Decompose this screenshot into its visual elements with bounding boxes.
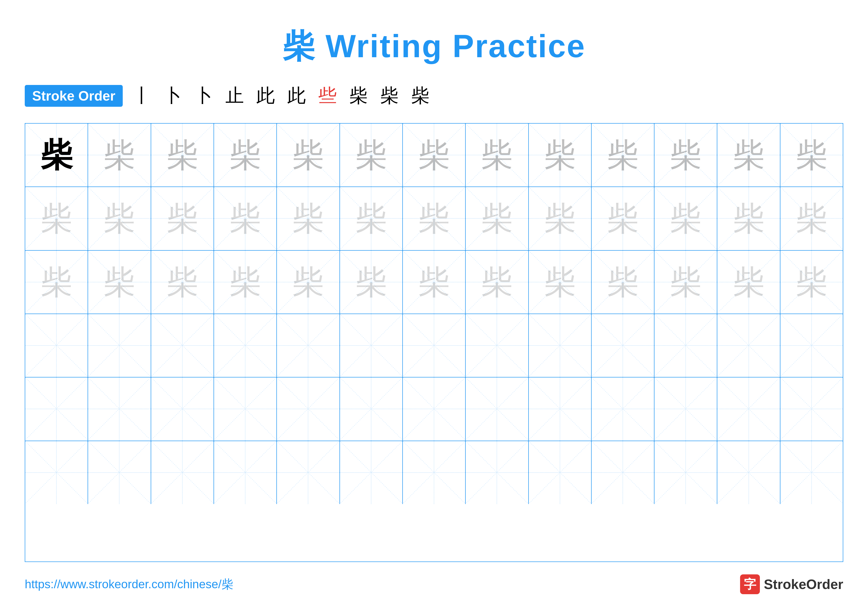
svg-line-86 [277,314,339,376]
grid-cell-r4-c10[interactable] [592,314,654,377]
svg-line-107 [88,378,150,440]
grid-cell-r5-c7[interactable] [403,378,466,440]
grid-cell-r5-c6[interactable] [340,378,403,440]
grid-cell-r6-c2[interactable] [88,441,151,504]
grid-cell-r6-c12[interactable] [717,441,780,504]
grid-cell-r6-c6[interactable] [340,441,403,504]
svg-line-122 [592,378,654,440]
grid-cell-r3-c12[interactable]: 柴 [717,251,780,314]
grid-cell-r4-c6[interactable] [340,314,403,377]
grid-cell-r1-c5[interactable]: 柴 [277,124,340,187]
grid-cell-r6-c3[interactable] [151,441,214,504]
svg-line-151 [654,441,717,504]
grid-cell-r2-c6[interactable]: 柴 [340,187,403,250]
grid-cell-r5-c11[interactable] [654,378,717,440]
grid-cell-r1-c8[interactable]: 柴 [466,124,529,187]
grid-cell-r1-c4[interactable]: 柴 [214,124,277,187]
grid-cell-r6-c5[interactable] [277,441,340,504]
grid-cell-r6-c4[interactable] [214,441,277,504]
grid-cell-r2-c4[interactable]: 柴 [214,187,277,250]
svg-line-142 [403,441,465,504]
grid-cell-r6-c1[interactable] [25,441,88,504]
guide-char: 柴 [670,139,702,171]
grid-cell-r1-c10[interactable]: 柴 [592,124,654,187]
grid-cell-r4-c1[interactable] [25,314,88,377]
grid-cell-r1-c7[interactable]: 柴 [403,124,466,187]
grid-cell-r6-c10[interactable] [592,441,654,504]
grid-cell-r2-c7[interactable]: 柴 [403,187,466,250]
grid-cell-r3-c1[interactable]: 柴 [25,251,88,314]
grid-cell-r3-c10[interactable]: 柴 [592,251,654,314]
grid-cell-r2-c5[interactable]: 柴 [277,187,340,250]
grid-cell-r4-c11[interactable] [654,314,717,377]
grid-cell-r3-c2[interactable]: 柴 [88,251,151,314]
grid-cell-r6-c11[interactable] [654,441,717,504]
svg-line-139 [277,441,339,504]
grid-cell-r3-c3[interactable]: 柴 [151,251,214,314]
grid-cell-r1-c11[interactable]: 柴 [654,124,717,187]
grid-cell-r2-c2[interactable]: 柴 [88,187,151,250]
grid-cell-r2-c1[interactable]: 柴 [25,187,88,250]
svg-line-146 [529,441,591,504]
grid-cell-r2-c13[interactable]: 柴 [780,187,843,250]
grid-cell-r6-c13[interactable] [780,441,843,504]
grid-cell-r2-c12[interactable]: 柴 [717,187,780,250]
grid-cell-r3-c9[interactable]: 柴 [529,251,592,314]
svg-line-81 [88,314,150,376]
grid-cell-r2-c9[interactable]: 柴 [529,187,592,250]
grid-cell-r4-c5[interactable] [277,314,340,377]
svg-line-118 [466,378,528,440]
grid-cell-r2-c10[interactable]: 柴 [592,187,654,250]
grid-cell-r1-c3[interactable]: 柴 [151,124,214,187]
grid-cell-r5-c4[interactable] [214,378,277,440]
grid-cell-r3-c11[interactable]: 柴 [654,251,717,314]
grid-cell-r6-c9[interactable] [529,441,592,504]
grid-cell-r1-c12[interactable]: 柴 [717,124,780,187]
grid-cell-r4-c12[interactable] [717,314,780,377]
svg-line-93 [466,314,528,376]
grid-cell-r5-c8[interactable] [466,378,529,440]
guide-char: 柴 [229,266,261,298]
grid-cell-r4-c13[interactable] [780,314,843,377]
grid-cell-r4-c2[interactable] [88,314,151,377]
grid-cell-r1-c2[interactable]: 柴 [88,124,151,187]
grid-cell-r5-c12[interactable] [717,378,780,440]
grid-cell-r6-c8[interactable] [466,441,529,504]
grid-cell-r4-c4[interactable] [214,314,277,377]
grid-cell-r5-c1[interactable] [25,378,88,440]
grid-cell-r3-c13[interactable]: 柴 [780,251,843,314]
grid-cell-r5-c10[interactable] [592,378,654,440]
grid-cell-r3-c6[interactable]: 柴 [340,251,403,314]
grid-cell-r3-c5[interactable]: 柴 [277,251,340,314]
grid-cell-r1-c9[interactable]: 柴 [529,124,592,187]
grid-cell-r6-c7[interactable] [403,441,466,504]
svg-line-84 [214,314,276,376]
grid-cell-r1-c1[interactable]: 柴 [25,124,88,187]
grid-cell-r1-c13[interactable]: 柴 [780,124,843,187]
svg-line-103 [780,314,843,376]
grid-cell-r3-c7[interactable]: 柴 [403,251,466,314]
grid-cell-r4-c8[interactable] [466,314,529,377]
grid-cell-r2-c11[interactable]: 柴 [654,187,717,250]
svg-line-133 [88,441,150,504]
grid-cell-r5-c2[interactable] [88,378,151,440]
grid-cell-r4-c7[interactable] [403,314,466,377]
grid-cell-r5-c5[interactable] [277,378,340,440]
stroke-step-4: 止 [225,83,244,108]
grid-cell-r3-c4[interactable]: 柴 [214,251,277,314]
svg-line-147 [529,441,591,504]
svg-line-87 [277,314,339,376]
grid-cell-r4-c3[interactable] [151,314,214,377]
svg-line-101 [717,314,780,376]
grid-cell-r5-c9[interactable] [529,378,592,440]
svg-line-109 [151,378,214,440]
grid-cell-r3-c8[interactable]: 柴 [466,251,529,314]
grid-cell-r2-c3[interactable]: 柴 [151,187,214,250]
svg-line-95 [529,314,591,376]
grid-cell-r5-c13[interactable] [780,378,843,440]
grid-cell-r5-c3[interactable] [151,378,214,440]
grid-cell-r1-c6[interactable]: 柴 [340,124,403,187]
svg-line-155 [780,441,843,504]
grid-cell-r4-c9[interactable] [529,314,592,377]
grid-cell-r2-c8[interactable]: 柴 [466,187,529,250]
